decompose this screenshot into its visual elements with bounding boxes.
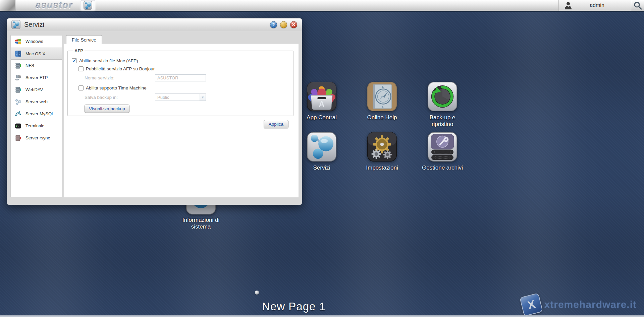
window-title: Servizi	[24, 21, 44, 28]
window-titlebar[interactable]: Servizi ? – ✕	[7, 18, 302, 31]
sidebar-item-label: Terminale	[25, 123, 44, 128]
desktop-icon-impostazioni[interactable]: Impostazioni	[357, 132, 407, 171]
desktop-icon-backup[interactable]: Back-up e ripristino	[417, 81, 468, 127]
backup-restore-icon	[427, 81, 458, 112]
desktop-icon-label: Servizi	[297, 165, 347, 171]
desktop-icon-label: App Central	[297, 114, 347, 121]
asustor-logo: asustor	[36, 0, 73, 11]
magnifier-icon	[633, 1, 642, 10]
search-button[interactable]	[631, 0, 644, 11]
watermark-text: xtremehardware.it	[544, 299, 637, 310]
sidebar-item-label: Server web	[25, 99, 48, 104]
backup-destination-select[interactable]: Public ▼	[155, 93, 206, 101]
tab-file-service[interactable]: File Service	[66, 35, 102, 44]
ftp-server-icon	[15, 74, 21, 81]
afp-fieldset: AFP ✔ Abilita servizio file Mac (AFP) Pu…	[67, 48, 293, 116]
services-window-icon	[11, 20, 20, 29]
online-help-icon: N S	[367, 81, 397, 112]
service-name-input[interactable]	[155, 74, 206, 81]
servizi-window: Servizi ? – ✕ Windows	[7, 18, 302, 205]
windows-icon	[15, 38, 21, 45]
xtremehardware-logo-icon: X	[519, 293, 543, 316]
person-icon	[565, 1, 572, 9]
terminal-icon	[15, 123, 21, 129]
rsync-server-icon	[15, 135, 21, 141]
desktop-icon-servizi[interactable]: Servizi	[297, 132, 347, 171]
sidebar-item-label: Server rsync	[25, 135, 50, 140]
svg-text:A: A	[319, 100, 325, 109]
storage-manager-icon	[427, 132, 458, 162]
page-indicator-dot[interactable]	[255, 291, 259, 295]
sidebar-item-server-ftp[interactable]: Server FTP	[11, 72, 62, 84]
sidebar-item-nfs[interactable]: NFS	[11, 60, 62, 72]
mac-os-icon	[15, 50, 21, 57]
desktop-icon-label: Impostazioni	[357, 165, 407, 171]
desktop-icon-label: Online Help	[357, 114, 407, 121]
close-button[interactable]: ✕	[290, 21, 297, 28]
view-backup-button[interactable]: Visualizza backup	[85, 105, 129, 113]
sidebar-item-server-web[interactable]: Server web	[11, 96, 62, 108]
file-service-panel: AFP ✔ Abilita servizio file Mac (AFP) Pu…	[64, 44, 299, 197]
backup-destination-value: Public	[155, 95, 200, 100]
webdav-server-icon	[15, 86, 21, 93]
sidebar-item-webdav[interactable]: WebDAV	[11, 84, 62, 96]
services-icon	[307, 132, 337, 162]
desktop-surface: asustor admin	[0, 0, 644, 317]
sidebar-item-server-rsync[interactable]: Server rsync	[11, 132, 62, 144]
bonjour-checkbox[interactable]	[78, 66, 84, 71]
settings-icon	[367, 132, 397, 162]
time-machine-label[interactable]: Abilita supporto Time Machine	[86, 85, 147, 90]
minimize-button[interactable]: –	[280, 21, 287, 28]
user-menu[interactable]: admin	[558, 0, 631, 11]
sidebar-item-windows[interactable]: Windows	[11, 36, 62, 48]
sidebar-item-label: Mac OS X	[25, 51, 45, 56]
tab-strip: File Service	[64, 35, 299, 44]
corner-button[interactable]	[0, 0, 15, 11]
time-machine-checkbox[interactable]	[78, 85, 84, 90]
apply-button[interactable]: Applica	[264, 120, 288, 128]
nfs-server-icon	[15, 62, 21, 69]
mysql-icon	[15, 111, 21, 117]
svg-text:S: S	[382, 105, 384, 109]
desktop-icon-label: Informazioni di sistema	[179, 217, 222, 230]
window-sidebar: Windows Mac OS X NF	[10, 35, 62, 197]
sidebar-item-server-mysql[interactable]: Server MySQL	[11, 108, 62, 120]
page-title: New Page 1	[227, 300, 361, 313]
sidebar-item-label: Server MySQL	[25, 111, 54, 116]
sidebar-item-terminale[interactable]: Terminale	[11, 120, 62, 132]
bottom-edge-strip	[0, 315, 644, 317]
services-mini-icon	[84, 1, 92, 10]
svg-text:N: N	[382, 85, 384, 88]
desktop-icon-label: Gestione archivi	[417, 165, 468, 171]
bonjour-label[interactable]: Pubblicità servizio AFP su Bonjour	[86, 66, 155, 71]
afp-legend: AFP	[73, 48, 85, 53]
desktop-icon-app-central[interactable]: A App Central	[297, 81, 347, 121]
backup-destination-label: Salva backup in:	[85, 95, 155, 100]
desktop-icon-online-help[interactable]: N S Online Help	[357, 81, 407, 121]
sidebar-item-mac-os-x[interactable]: Mac OS X	[11, 48, 62, 60]
desktop-icon-gestione-archivi[interactable]: Gestione archivi	[417, 132, 468, 171]
desktop-icon-label: Back-up e ripristino	[424, 114, 461, 127]
username-label: admin	[572, 2, 631, 8]
top-taskbar: asustor admin	[0, 0, 644, 12]
app-central-icon: A	[307, 81, 337, 112]
help-button[interactable]: ?	[270, 21, 277, 28]
web-server-icon	[15, 99, 21, 105]
sidebar-item-label: Windows	[25, 39, 43, 44]
chevron-down-icon: ▼	[200, 94, 206, 101]
taskbar-running-app-servizi[interactable]	[80, 0, 95, 10]
watermark: X xtremehardware.it	[522, 295, 637, 314]
service-name-label: Nome servizio:	[85, 75, 155, 80]
afp-enabled-checkbox[interactable]: ✔	[72, 58, 77, 63]
sidebar-item-label: NFS	[25, 63, 34, 68]
afp-enabled-label[interactable]: Abilita servizio file Mac (AFP)	[79, 58, 138, 63]
sidebar-item-label: Server FTP	[25, 75, 48, 80]
sidebar-item-label: WebDAV	[25, 87, 43, 92]
